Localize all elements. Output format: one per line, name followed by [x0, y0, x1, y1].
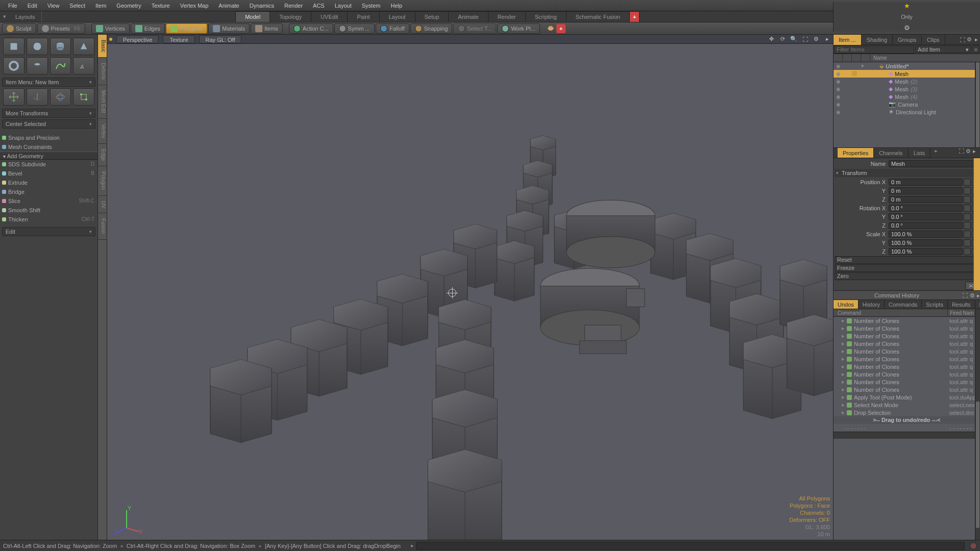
layout-tab-paint[interactable]: Paint [347, 11, 379, 22]
more-transforms-dropdown[interactable]: More Transforms [2, 109, 95, 118]
props-gear-icon[interactable]: ⚙ [966, 148, 973, 158]
tree-item[interactable]: ◉◆Mesh(4) [834, 93, 980, 101]
op-sds-subdivide[interactable]: SDS SubdivideD [0, 160, 97, 169]
op-thicken[interactable]: ThickenCtrl-T [0, 215, 97, 224]
history-row[interactable]: ▸Number of Clonestool.attr q [834, 386, 980, 393]
item-menu-dropdown[interactable]: Item Menu: New Item [2, 78, 95, 87]
3d-viewport[interactable]: Perspective Texture Ray GL: Off ✥ ⟳ 🔍 ⛶ … [107, 35, 833, 540]
panel-max-icon[interactable]: ⛶ [959, 37, 966, 43]
name-input[interactable] [889, 160, 979, 167]
visibility-icon[interactable]: ◉ [834, 71, 843, 77]
layouts-dropdown-icon[interactable]: ▾ [0, 13, 9, 20]
panel-menu-icon[interactable]: ▸ [973, 36, 980, 43]
layout-tab-render[interactable]: Render [488, 11, 526, 22]
clips-tab[interactable]: Clips [922, 35, 945, 45]
axis-gizmo[interactable]: Y X Z [112, 505, 143, 536]
undos-tab[interactable]: Undos [834, 300, 859, 309]
layout-tab-add[interactable]: + [629, 11, 640, 22]
menu-geometry[interactable]: Geometry [111, 0, 146, 11]
menu-layout[interactable]: Layout [330, 0, 357, 11]
items-mode[interactable]: Items [251, 23, 283, 34]
viewport-raygl-tab[interactable]: Ray GL: Off [199, 35, 242, 43]
f-tab[interactable]: F [975, 300, 980, 309]
prop-value-input[interactable]: 0 m [889, 187, 963, 194]
history-row[interactable]: ▸Select Next Modeselect.nex [834, 401, 980, 409]
viewport-rotate-icon[interactable]: ⟳ [779, 36, 786, 43]
prop-value-input[interactable]: 0.0 ° [889, 213, 963, 220]
falloff-button[interactable]: Falloff [376, 23, 409, 34]
action-center-button[interactable]: Action C... [289, 23, 333, 34]
center-selected-dropdown[interactable]: Center Selected [2, 119, 95, 129]
history-row[interactable]: ▸Number of Clonestool.attr q [834, 324, 980, 332]
menu-select[interactable]: Select [64, 0, 90, 11]
layout-tab-setup[interactable]: Setup [415, 11, 449, 22]
layout-tab-model[interactable]: Model [235, 11, 270, 22]
vtab-polygon[interactable]: Polygon [98, 166, 107, 195]
visibility-icon[interactable]: ◉ [834, 109, 843, 115]
prop-spinner[interactable] [964, 213, 971, 220]
vertices-mode[interactable]: Vertices [91, 23, 130, 34]
gear-icon[interactable]: ⚙ [904, 24, 910, 32]
viewport-move-icon[interactable]: ✥ [768, 36, 775, 43]
menu-system[interactable]: System [357, 0, 386, 11]
menu-file[interactable]: File [3, 0, 22, 11]
vtab-deform[interactable]: Deform [98, 58, 107, 85]
menu-help[interactable]: Help [385, 0, 407, 11]
vtab-uv[interactable]: UV [98, 196, 107, 214]
results-tab[interactable]: Results [948, 300, 975, 309]
op-smooth-shift[interactable]: Smooth Shift [0, 206, 97, 215]
history-row[interactable]: ▸Number of Clonestool.attr q [834, 355, 980, 363]
hist-gear-icon[interactable]: ⚙ [970, 291, 975, 300]
transform-scale-button[interactable] [73, 88, 94, 106]
panel-gear-icon[interactable]: ⚙ [966, 36, 973, 43]
presets-button[interactable]: PresetsF6 [37, 23, 85, 34]
tree-item[interactable]: ◉◆Mesh [834, 70, 980, 78]
vtab-edge[interactable]: Edge [98, 144, 107, 166]
hist-menu-icon[interactable]: ▸ [977, 291, 980, 300]
layout-tab-uvedit[interactable]: UVEdit [311, 11, 348, 22]
prim-sphere-button[interactable] [27, 38, 48, 55]
freeze-dropdown[interactable]: Freeze [835, 264, 979, 272]
undo-drag-bar[interactable]: >-- Drag to undo/redo ---< [834, 416, 980, 424]
visibility-icon[interactable]: ◉ [834, 63, 843, 69]
prim-cylinder-button[interactable] [50, 38, 71, 55]
record-icon[interactable] [970, 542, 977, 549]
vtab-basic[interactable]: Basic [98, 35, 107, 58]
layout-tab-animate[interactable]: Animate [448, 11, 488, 22]
mesh-constraints-item[interactable]: Mesh Constraints [0, 142, 97, 152]
history-row[interactable]: ▸Number of Clonestool.attr q [834, 332, 980, 340]
layout-tab-topology[interactable]: Topology [270, 11, 311, 22]
polygons-mode[interactable]: Polygons [166, 23, 207, 34]
workplane-button[interactable]: Work Pl... [497, 23, 540, 34]
prim-text-button[interactable]: A [73, 57, 94, 74]
viewport-gear-icon[interactable]: ⚙ [813, 36, 820, 43]
viewport-texture-tab[interactable]: Texture [163, 35, 194, 43]
viewport-maximize-icon[interactable]: ⛶ [801, 36, 808, 43]
snaps-precision-item[interactable]: Snaps and Precision [0, 133, 97, 142]
history-row[interactable]: ▸Apply Tool (Post Mode)tool.doApp [834, 393, 980, 401]
prop-spinner[interactable] [964, 179, 971, 186]
edges-mode[interactable]: Edges [131, 23, 165, 34]
groups-tab[interactable]: Groups [893, 35, 922, 45]
history-tab[interactable]: History [859, 300, 885, 309]
visibility-icon[interactable]: ◉ [834, 86, 843, 92]
add-item-dropdown[interactable]: Add Item▾ [915, 45, 971, 53]
visibility-icon[interactable]: ◉ [834, 79, 843, 84]
viewport-zoom-icon[interactable]: 🔍 [790, 36, 797, 43]
tree-item[interactable]: ◉📷Camera [834, 101, 980, 108]
props-max-icon[interactable]: ⛶ [959, 148, 966, 158]
lists-tab[interactable]: Lists [909, 148, 931, 158]
prop-spinner[interactable] [964, 231, 971, 238]
menu-vertexmap[interactable]: Vertex Map [175, 0, 214, 11]
prim-tube-button[interactable] [27, 57, 48, 74]
menu-texture[interactable]: Texture [146, 0, 175, 11]
prop-spinner[interactable] [964, 222, 971, 229]
props-add-tab[interactable]: + [930, 148, 941, 158]
transform-move-button[interactable] [3, 88, 24, 106]
history-row[interactable]: ▸Number of Clonestool.attr q [834, 340, 980, 347]
history-row[interactable]: ▸Number of Clonestool.attr q [834, 370, 980, 378]
prop-value-input[interactable]: 100.0 % [889, 239, 963, 246]
menu-item[interactable]: Item [90, 0, 111, 11]
history-row[interactable]: ▸Drop Selectionselect.dro [834, 409, 980, 416]
prim-cube-button[interactable] [3, 38, 24, 55]
